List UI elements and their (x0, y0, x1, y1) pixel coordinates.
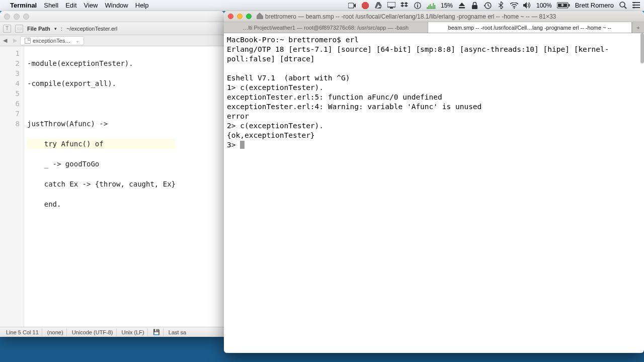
terminal-minimize-button[interactable] (237, 14, 243, 19)
wifi-icon[interactable] (510, 2, 518, 10)
editor-tab-label: exceptionTes… (33, 38, 70, 44)
editor-tab[interactable]: exceptionTes… ⌄ (20, 36, 84, 45)
terminal-titlebar[interactable]: brettromero — beam.smp -- -root /usr/loc… (224, 11, 644, 22)
terminal-tabs: …lti Project/weather1 — root@6f8973276c6… (224, 22, 644, 33)
facetime-icon[interactable] (348, 2, 356, 10)
term-line: {ok,exceptionTester} (227, 131, 315, 139)
info-icon[interactable] (414, 2, 422, 10)
terminal-scrollbar[interactable] (640, 33, 644, 63)
menu-edit[interactable]: Edit (65, 2, 76, 9)
svg-point-25 (633, 2, 634, 4)
filepath-value: ~/exceptionTester.erl (66, 26, 117, 32)
editor-tabbar: ◀ ▶ exceptionTes… ⌄ (0, 35, 224, 46)
filepath-sep: : (61, 26, 62, 32)
editor-window: T ▭ File Path▾ : ~/exceptionTester.erl ◀… (0, 11, 224, 337)
svg-rect-19 (569, 4, 570, 7)
bluetooth-icon[interactable] (497, 2, 505, 10)
terminal-tab-label: …lti Project/weather1 — root@6f8973276c6… (243, 25, 409, 31)
menu-shell[interactable]: Shell (44, 2, 58, 9)
svg-rect-8 (428, 6, 430, 9)
term-line: error (227, 112, 249, 120)
menu-view[interactable]: View (84, 2, 98, 9)
status-lineending[interactable]: Unix (LF) (119, 328, 148, 336)
terminal-body[interactable]: MacBook-Pro:~ brettromero$ erl Erlang/OT… (224, 33, 644, 353)
svg-point-27 (633, 7, 634, 9)
lock-icon[interactable] (471, 2, 479, 10)
gdrive-icon[interactable] (374, 2, 382, 10)
volume-icon[interactable] (523, 2, 531, 10)
username[interactable]: Brett Romero (575, 2, 614, 9)
gutter-line: 8 (0, 119, 20, 129)
editor-close-button[interactable] (4, 14, 10, 20)
terminal-tab-1[interactable]: beam.smp -- -root /usr/local/Cell…lang -… (428, 22, 632, 33)
tabbar-back-icon[interactable]: ◀ (0, 37, 10, 44)
tabbar-forward-icon[interactable]: ▶ (10, 37, 20, 44)
terminal-cursor (240, 141, 245, 149)
app-name[interactable]: Terminal (10, 2, 37, 9)
editor-gutter: 1 2 3 4 5 6 7 8 (0, 46, 24, 327)
editor-minimize-button[interactable] (14, 14, 20, 20)
svg-rect-0 (348, 3, 354, 8)
timemachine-icon[interactable] (484, 2, 492, 10)
terminal-tab-label: beam.smp -- -root /usr/local/Cell…lang -… (448, 25, 611, 31)
terminal-title: brettromero — beam.smp -- -root /usr/loc… (265, 13, 556, 20)
svg-rect-11 (433, 3, 434, 9)
gutter-line: 3 (0, 68, 20, 78)
editor-code[interactable]: -module(exceptionTester). -compile(expor… (24, 46, 179, 327)
gutter-line: 1 (0, 48, 20, 58)
spotlight-icon[interactable] (619, 2, 627, 10)
term-line: 2> c(exceptionTester). (227, 122, 324, 130)
terminal-window: brettromero — beam.smp -- -root /usr/loc… (224, 11, 644, 353)
editor-titlebar[interactable] (0, 11, 224, 22)
macos-menubar: Terminal Shell Edit View Window Help 15%… (0, 0, 644, 11)
new-doc-icon[interactable]: ▭ (15, 25, 23, 33)
code-line: end. (27, 199, 176, 209)
status-saved: Last sa (166, 328, 189, 336)
svg-rect-9 (430, 4, 431, 9)
notification-center-icon[interactable] (632, 2, 640, 10)
tab-close-caret-icon[interactable]: ⌄ (75, 38, 79, 43)
activity-icon[interactable] (427, 2, 436, 10)
terminal-close-button[interactable] (228, 14, 233, 19)
status-encoding[interactable]: Unicode (UTF-8) (69, 328, 117, 336)
code-line: try Afunc() of (27, 139, 176, 149)
menu-window[interactable]: Window (105, 2, 128, 9)
svg-point-26 (633, 5, 634, 6)
gutter-line: 6 (0, 99, 20, 109)
svg-rect-13 (459, 7, 465, 9)
filepath-dropdown-icon[interactable]: ▾ (54, 26, 57, 31)
text-tool-icon[interactable]: T (3, 25, 11, 33)
svg-rect-12 (434, 5, 436, 9)
svg-rect-7 (427, 7, 428, 9)
svg-rect-3 (390, 8, 393, 9)
svg-rect-2 (387, 2, 395, 7)
code-line: catch Ex -> {throw, caught, Ex} (27, 179, 176, 189)
term-line: exceptionTester.erl:5: function aFunc/0 … (227, 93, 442, 101)
status-save-icon[interactable]: 💾 (150, 328, 164, 336)
terminal-zoom-button[interactable] (246, 14, 252, 19)
status-language[interactable]: (none) (44, 328, 67, 336)
filepath-label: File Path (27, 26, 50, 32)
code-line (27, 99, 176, 109)
terminal-tab-0[interactable]: …lti Project/weather1 — root@6f8973276c6… (224, 22, 428, 33)
svg-point-20 (620, 2, 625, 7)
term-line: 3> (227, 141, 240, 149)
terminal-new-tab-button[interactable]: + (632, 22, 644, 33)
eject-icon[interactable] (458, 2, 466, 10)
stop-icon[interactable] (361, 2, 369, 10)
svg-rect-6 (417, 5, 418, 8)
battery-percent: 100% (536, 2, 552, 9)
svg-line-21 (624, 7, 626, 9)
dropbox-icon[interactable] (400, 2, 409, 10)
term-line: MacBook-Pro:~ brettromero$ erl (227, 36, 359, 44)
editor-body: 1 2 3 4 5 6 7 8 -module(exceptionTester)… (0, 46, 224, 327)
home-icon (257, 14, 263, 19)
status-position[interactable]: Line 5 Col 11 (3, 328, 42, 336)
display-icon[interactable] (387, 2, 395, 10)
editor-zoom-button[interactable] (23, 14, 29, 20)
battery-icon[interactable] (557, 2, 570, 10)
menu-help[interactable]: Help (135, 2, 149, 9)
term-line: Erlang/OTP 18 [erts-7.1] [source] [64-bi… (227, 45, 609, 63)
code-line: justThrow(Afunc) -> (27, 119, 176, 129)
gutter-line: 7 (0, 109, 20, 119)
